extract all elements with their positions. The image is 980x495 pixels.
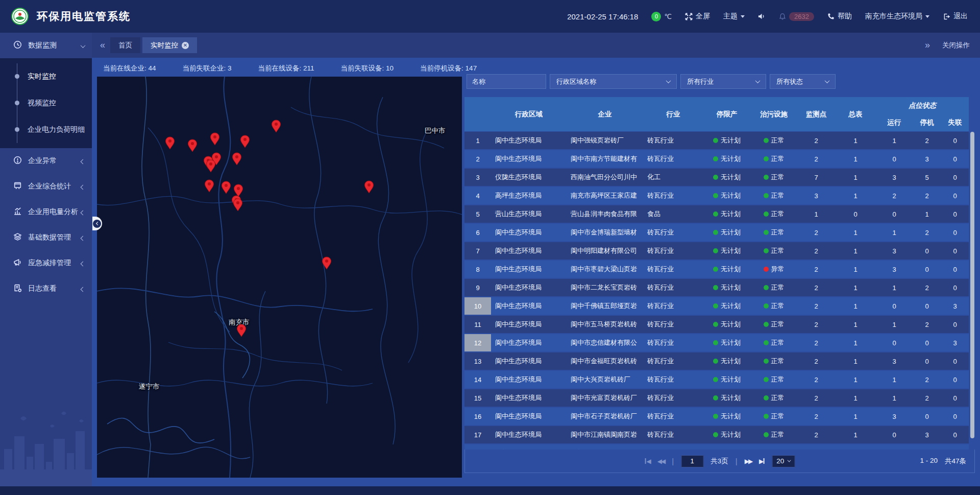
table-row[interactable]: 14阆中生态环境局阆中大兴页岩机砖厂砖瓦行业无计划正常21120 <box>464 371 969 388</box>
table-row[interactable]: 15阆中生态环境局阆中市光富页岩机砖厂砖瓦行业无计划正常21120 <box>464 389 969 407</box>
cell-company: 阆中大兴页岩机砖厂 <box>567 371 643 388</box>
tab-实时监控[interactable]: 实时监控✕ <box>142 37 197 53</box>
cell-facility-status: 正常 <box>750 150 797 168</box>
table-row[interactable]: 7阆中生态环境局阆中明阳建材有限公司砖瓦行业无计划正常21300 <box>464 242 969 260</box>
page-size-select[interactable]: 20 <box>772 455 795 467</box>
table-row[interactable]: 3仪陇生态环境局西南油气田分公司川中化工无计划正常71350 <box>464 169 969 186</box>
cell-running: 3 <box>876 261 913 278</box>
cell-points: 2 <box>797 224 835 241</box>
tab-close-icon[interactable]: ✕ <box>182 42 189 49</box>
plan-status-dot <box>713 414 718 419</box>
table-row[interactable]: 10阆中生态环境局阆中千佛镇五郎垭页岩砖瓦行业无计划正常21003 <box>464 297 969 315</box>
cell-region: 高坪生态环境局 <box>491 187 567 204</box>
map-pin-icon[interactable] <box>221 181 231 194</box>
fullscreen-button[interactable]: 全屏 <box>685 12 710 21</box>
plan-status-dot <box>713 432 718 437</box>
sidebar-item-3[interactable]: 企业用电量分析 <box>0 199 92 225</box>
logout-label: 退出 <box>953 12 968 21</box>
table-row[interactable]: 8阆中生态环境局阆中市枣碧大梁山页岩砖瓦行业无计划异常21300 <box>464 261 969 278</box>
sidebar-item-6[interactable]: 日志查看 <box>0 276 92 301</box>
cell-plan-status: 无计划 <box>703 352 750 370</box>
cell-company: 营山县润丰肉食品有限 <box>567 205 643 223</box>
table-row[interactable]: 9阆中生态环境局阆中市二龙长宝页岩砖砖瓦行业无计划正常21120 <box>464 279 969 296</box>
map-pin-icon[interactable] <box>187 139 198 152</box>
plan-status-dot <box>713 193 718 198</box>
notification-indicator[interactable]: 2632 <box>779 12 814 21</box>
map-pin-icon[interactable] <box>240 135 250 148</box>
table-row[interactable]: 6阆中生态环境局阆中市金博瑞新型墙材砖瓦行业无计划正常21120 <box>464 224 969 241</box>
sidebar-subitem-实时监控[interactable]: 实时监控 <box>17 63 92 90</box>
app-title: 环保用电监管系统 <box>37 9 131 23</box>
cell-region: 阆中生态环境局 <box>491 261 567 278</box>
map-pin-icon[interactable] <box>232 152 242 166</box>
table-row[interactable]: 13阆中生态环境局阆中市金福旺页岩机砖砖瓦行业无计划正常21300 <box>464 352 969 370</box>
name-search-input[interactable] <box>467 74 546 89</box>
table-row[interactable]: 5营山生态环境局营山县润丰肉食品有限食品无计划正常10010 <box>464 205 969 223</box>
cell-running: 0 <box>876 444 913 450</box>
table-scrollbar-thumb[interactable] <box>970 132 974 438</box>
map-pin-icon[interactable] <box>236 324 247 337</box>
chevron-down-icon <box>741 15 745 18</box>
table-row[interactable]: 18南部生态环境局南部县砖华水泥有限公砖瓦行业无计划正常21020 <box>464 444 969 450</box>
sidebar-subitem-企业电力负荷明细[interactable]: 企业电力负荷明细 <box>17 116 92 143</box>
map-pin-icon[interactable] <box>165 136 175 150</box>
cell-company: 阆中强锐页岩砖厂 <box>567 132 643 149</box>
org-dropdown[interactable]: 南充市生态环境局 <box>865 12 929 21</box>
cell-running: 3 <box>876 408 913 425</box>
sidebar-item-4[interactable]: 基础数据管理 <box>0 225 92 250</box>
theme-dropdown[interactable]: 主题 <box>723 12 745 21</box>
map-pin-icon[interactable] <box>204 179 214 193</box>
tabs-scroll-left-icon[interactable]: « <box>100 40 105 51</box>
facility-status-dot <box>764 175 769 180</box>
table-row[interactable]: 17阆中生态环境局阆中市江南镇阆南页岩砖瓦行业无计划正常21030 <box>464 426 969 443</box>
prev-page-button[interactable]: ◀◀ <box>657 458 665 465</box>
sidebar-item-1[interactable]: 企业异常 <box>0 148 92 174</box>
page-number-input[interactable] <box>681 455 703 467</box>
cell-industry: 砖瓦行业 <box>643 426 703 443</box>
table-row[interactable]: 4高坪生态环境局南充市高坪区王家店建砖瓦行业无计划正常31220 <box>464 187 969 204</box>
cell-company: 阆中千佛镇五郎垭页岩 <box>567 297 643 315</box>
status-select[interactable]: 所有状态 <box>770 74 836 89</box>
help-button[interactable]: 帮助 <box>827 12 852 21</box>
tab-首页[interactable]: 首页 <box>110 37 140 53</box>
sidebar-item-5[interactable]: 应急减排管理 <box>0 250 92 276</box>
top-header-bar: 环保用电监管系统 2021-02-25 17:46:18 0 ℃ 全屏 主题 <box>0 0 980 33</box>
table-row[interactable]: 16阆中生态环境局阆中市石子页岩机砖厂砖瓦行业无计划正常21300 <box>464 408 969 425</box>
next-page-button[interactable]: ▶▶ <box>745 458 752 465</box>
cell-industry: 砖瓦行业 <box>643 444 703 450</box>
table-row[interactable]: 1阆中生态环境局阆中强锐页岩砖厂砖瓦行业无计划正常21120 <box>464 132 969 149</box>
cell-industry: 砖瓦行业 <box>643 224 703 241</box>
map-pin-icon[interactable] <box>233 198 243 211</box>
cell-facility-status: 异常 <box>750 261 797 278</box>
chevron-left-icon <box>93 220 101 228</box>
sidebar-subitem-视频监控[interactable]: 视频监控 <box>17 90 92 116</box>
plan-status-text: 无计划 <box>721 393 741 403</box>
sidebar-item-2[interactable]: 企业综合统计 <box>0 174 92 199</box>
sidebar-item-0[interactable]: 数据监测 <box>0 33 92 58</box>
close-operations-button[interactable]: 关闭操作 <box>942 41 970 50</box>
industry-select[interactable]: 所有行业 <box>680 74 766 89</box>
bottom-edge-strip <box>0 486 980 495</box>
facility-status-text: 正常 <box>771 338 785 347</box>
column-group-point-status: 点位状态 运行 停机 失联 <box>876 97 969 131</box>
gis-map[interactable]: 巴中市南充市遂宁市 <box>97 77 462 478</box>
tabs-scroll-right-icon[interactable]: » <box>925 40 930 51</box>
first-page-button[interactable]: ◀ <box>645 458 650 465</box>
cell-total: 1 <box>835 187 876 204</box>
map-pin-icon[interactable] <box>364 180 374 194</box>
table-row[interactable]: 11阆中生态环境局阆中市五马桥页岩机砖砖瓦行业无计划正常21120 <box>464 316 969 333</box>
region-select[interactable]: 行政区域名称 <box>550 74 677 89</box>
cell-facility-status: 正常 <box>750 426 797 443</box>
table-row[interactable]: 12阆中生态环境局阆中市忠信建材有限公砖瓦行业无计划正常21003 <box>464 334 969 351</box>
last-page-button[interactable]: ▶ <box>759 458 765 465</box>
map-pin-icon[interactable] <box>271 120 281 133</box>
table-row[interactable]: 2阆中生态环境局阆中市南方节能建材有砖瓦行业无计划正常21030 <box>464 150 969 168</box>
map-pin-icon[interactable] <box>206 159 216 173</box>
logout-button[interactable]: 退出 <box>943 12 968 21</box>
facility-status-dot <box>764 322 769 327</box>
sound-toggle-button[interactable] <box>758 13 766 20</box>
map-pin-icon[interactable] <box>210 132 220 146</box>
cell-region: 阆中生态环境局 <box>491 242 567 260</box>
map-pin-icon[interactable] <box>322 256 332 270</box>
cell-total: 1 <box>835 408 876 425</box>
